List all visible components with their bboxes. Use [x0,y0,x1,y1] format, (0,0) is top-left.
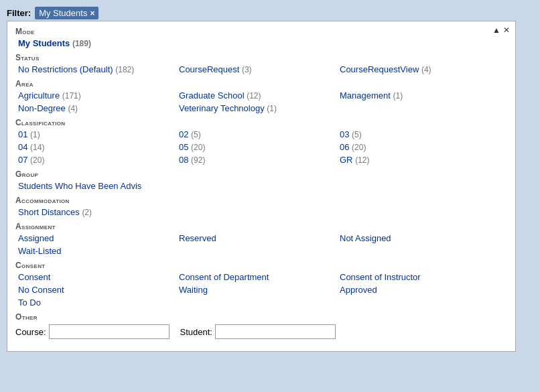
filter-label: Filter: [7,8,31,18]
classification-item-04[interactable]: 04 (14) [15,141,176,153]
accommodation-items: Short Distances (2) [15,206,507,218]
close-panel-button[interactable]: ✕ [503,25,510,35]
consent-item-consentofdept[interactable]: Consent of Department [176,271,337,283]
area-item-nondegree[interactable]: Non-Degree (4) [15,103,176,114]
mode-items: My Students (189) [15,38,507,49]
sort-button[interactable]: ▲ [492,25,500,35]
assignment-item-notassigned[interactable]: Not Assigned [337,233,498,244]
area-item-graduateschool[interactable]: Graduate School (12) [176,90,337,101]
other-input-row: Course: Student: [15,324,507,339]
consent-item-consent[interactable]: Consent [15,271,176,283]
accommodation-item-shortdistances[interactable]: Short Distances (2) [15,206,176,218]
student-label: Student: [180,327,212,337]
consent-item-noconsent[interactable]: No Consent [15,284,176,296]
panel-controls: ▲ ✕ [492,25,510,35]
classification-item-08[interactable]: 08 (92) [176,154,337,166]
section-group-header: Group [15,170,507,179]
section-consent-header: Consent [15,261,507,270]
page-wrapper: Filter: My Students × ▲ ✕ Mode My Studen… [7,7,533,352]
classification-item-07[interactable]: 07 (20) [15,154,176,166]
assignment-items: Assigned Reserved Not Assigned Wait-List… [15,233,507,257]
section-group: Group Students Who Have Been Advis [15,170,507,192]
assignment-item-reserved[interactable]: Reserved [176,233,337,244]
consent-item-waiting[interactable]: Waiting [176,284,337,296]
section-other: Other Course: Student: [15,312,507,339]
area-item-management[interactable]: Management (1) [337,90,498,101]
student-input-group: Student: [180,324,336,339]
filter-tag-text: My Students [39,8,87,18]
classification-item-gr[interactable]: GR (12) [337,154,498,166]
filter-dropdown-panel: ▲ ✕ Mode My Students (189) Status No Res… [7,21,516,352]
consent-item-approved[interactable]: Approved [337,284,498,296]
status-item-norestrictions[interactable]: No Restrictions (Default) (182) [15,64,176,75]
group-item-advisd[interactable]: Students Who Have Been Advis [15,180,176,192]
status-item-courserequestview[interactable]: CourseRequestView (4) [337,64,498,75]
status-item-courserequest[interactable]: CourseRequest (3) [176,64,337,75]
area-item-agriculture[interactable]: Agriculture (171) [15,90,176,101]
classification-item-01[interactable]: 01 (1) [15,129,176,140]
section-mode-header: Mode [15,27,507,36]
section-assignment: Assignment Assigned Reserved Not Assigne… [15,222,507,257]
consent-item-todo[interactable]: To Do [15,297,176,308]
filter-tag-close[interactable]: × [90,9,94,18]
course-input-group: Course: [15,324,170,339]
status-items: No Restrictions (Default) (182) CourseRe… [15,64,507,75]
assignment-item-waitlisted[interactable]: Wait-Listed [15,245,176,257]
classification-item-02[interactable]: 02 (5) [176,129,337,140]
course-label: Course: [15,327,46,337]
mode-item-mystudents-count: (189) [72,39,91,48]
filter-bar: Filter: My Students × [7,7,533,19]
section-status-header: Status [15,53,507,62]
section-consent: Consent Consent Consent of Department Co… [15,261,507,308]
section-status: Status No Restrictions (Default) (182) C… [15,53,507,75]
classification-item-03[interactable]: 03 (5) [337,129,498,140]
section-accommodation: Accommodation Short Distances (2) [15,196,507,218]
course-input[interactable] [49,324,170,339]
filter-tag[interactable]: My Students × [35,7,98,19]
assignment-item-assigned[interactable]: Assigned [15,233,176,244]
consent-item-consentofinstructor[interactable]: Consent of Instructor [337,271,498,283]
group-items: Students Who Have Been Advis [15,180,507,192]
section-assignment-header: Assignment [15,222,507,231]
consent-items: Consent Consent of Department Consent of… [15,271,507,308]
section-other-header: Other [15,312,507,322]
section-classification: Classification 01 (1) 02 (5) 03 (5) 04 (… [15,118,507,166]
mode-item-mystudents[interactable]: My Students (189) [15,38,176,49]
area-item-vettech[interactable]: Veterinary Technology (1) [176,103,337,114]
section-area: Area Agriculture (171) Graduate School (… [15,79,507,114]
area-items: Agriculture (171) Graduate School (12) M… [15,90,507,114]
section-classification-header: Classification [15,118,507,127]
classification-item-06[interactable]: 06 (20) [337,141,498,153]
section-accommodation-header: Accommodation [15,196,507,205]
section-area-header: Area [15,79,507,88]
classification-item-05[interactable]: 05 (20) [176,141,337,153]
section-mode: Mode My Students (189) [15,27,507,49]
student-input[interactable] [215,324,336,339]
classification-items: 01 (1) 02 (5) 03 (5) 04 (14) 05 (20) 06 … [15,129,507,166]
